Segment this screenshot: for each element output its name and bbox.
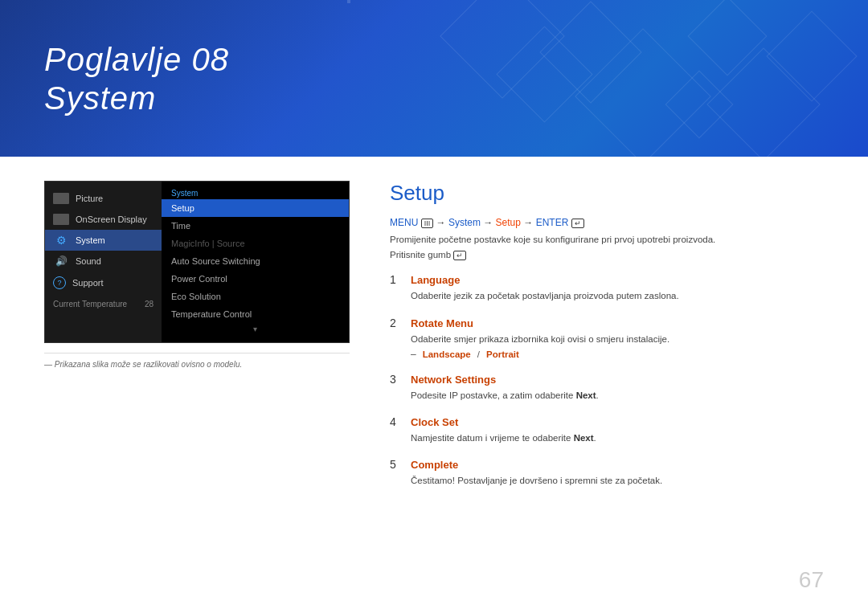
step-3-header: 3 Network Settings bbox=[390, 373, 824, 386]
tv-note: Prikazana slika može se razlikovati ovis… bbox=[44, 353, 350, 369]
picture-icon bbox=[53, 193, 69, 204]
step-5: 5 Complete Čestitamo! Postavljanje je do… bbox=[390, 458, 824, 488]
tv-menu-magicinfo: MagicInfo | Source bbox=[162, 235, 349, 252]
step-2-sub: – Landscape / Portrait bbox=[411, 349, 824, 360]
step-5-desc: Čestitamo! Postavljanje je dovršeno i sp… bbox=[411, 474, 824, 488]
temp-label: Current Temperature bbox=[53, 300, 127, 309]
header-decoration bbox=[347, 0, 868, 157]
dash-icon: – bbox=[411, 349, 416, 360]
tv-menu-eco: Eco Solution bbox=[162, 288, 349, 305]
tv-note-text: Prikazana slika može se razlikovati ovis… bbox=[44, 360, 350, 369]
path-setup: Setup bbox=[496, 217, 521, 228]
path-arrow1: → bbox=[436, 217, 448, 228]
path-menu: MENU III bbox=[390, 217, 433, 228]
step-4: 4 Clock Set Namjestite datum i vrijeme t… bbox=[390, 415, 824, 445]
tv-sidebar-sound-label: Sound bbox=[76, 256, 101, 266]
chapter-label: Poglavlje 08 bbox=[44, 42, 229, 77]
step-3: 3 Network Settings Podesite IP postavke,… bbox=[390, 373, 824, 403]
doc-description: Promijenite početne postavke koje su kon… bbox=[390, 233, 824, 247]
step-1-header: 1 Language bbox=[390, 273, 824, 286]
step-4-header: 4 Clock Set bbox=[390, 415, 824, 428]
onscreen-icon bbox=[53, 214, 69, 225]
tv-menu-setup: Setup bbox=[162, 199, 349, 217]
step-5-number: 5 bbox=[390, 458, 401, 471]
step-2-header: 2 Rotate Menu bbox=[390, 317, 824, 329]
step-1-number: 1 bbox=[390, 273, 401, 286]
sound-icon: 🔊 bbox=[53, 255, 69, 267]
step-2-number: 2 bbox=[390, 317, 401, 329]
tv-sidebar-onscreen-label: OnScreen Display bbox=[76, 215, 147, 224]
tv-main-menu: System Setup Time MagicInfo | Source Aut… bbox=[162, 182, 349, 342]
step-1-label: Language bbox=[411, 274, 460, 286]
tv-sidebar-sound: 🔊 Sound bbox=[45, 251, 162, 272]
step-4-desc: Namjestite datum i vrijeme te odaberite … bbox=[411, 431, 824, 445]
press-icon: ↵ bbox=[453, 251, 466, 260]
page-number: 67 bbox=[799, 567, 824, 593]
main-content: Picture OnScreen Display ⚙ System 🔊 Soun… bbox=[0, 157, 868, 525]
gear-icon: ⚙ bbox=[53, 235, 69, 246]
sub-sep: / bbox=[477, 349, 480, 359]
tv-screen: Picture OnScreen Display ⚙ System 🔊 Soun… bbox=[44, 181, 350, 343]
press-hint: Pritisnite gumb ↵ bbox=[390, 250, 824, 260]
tv-sidebar-system: ⚙ System bbox=[45, 230, 162, 251]
tv-panel: Picture OnScreen Display ⚙ System 🔊 Soun… bbox=[44, 181, 350, 501]
tv-sidebar-picture: Picture bbox=[45, 188, 162, 209]
step-4-number: 4 bbox=[390, 415, 401, 428]
step-1: 1 Language Odaberite jezik za početak po… bbox=[390, 273, 824, 303]
path-arrow3: → bbox=[523, 217, 535, 228]
tv-sidebar-onscreen: OnScreen Display bbox=[45, 209, 162, 230]
press-hint-prefix: Pritisnite gumb bbox=[390, 250, 453, 260]
step-2: 2 Rotate Menu Odaberite smjer prikaza iz… bbox=[390, 317, 824, 360]
next-bold-2: Next bbox=[574, 433, 594, 443]
step-4-label: Clock Set bbox=[411, 416, 458, 428]
step-5-header: 5 Complete bbox=[390, 458, 824, 471]
setup-title: Setup bbox=[390, 181, 824, 206]
landscape-label: Landscape bbox=[423, 349, 471, 359]
menu-path: MENU III → System → Setup → ENTER ↵ bbox=[390, 217, 824, 228]
tv-sidebar: Picture OnScreen Display ⚙ System 🔊 Soun… bbox=[45, 182, 162, 342]
tv-menu-time: Time bbox=[162, 217, 349, 235]
step-3-label: Network Settings bbox=[411, 374, 496, 386]
tv-sidebar-picture-label: Picture bbox=[76, 194, 103, 203]
scroll-indicator: ▾ bbox=[162, 323, 349, 335]
tv-sidebar-system-label: System bbox=[76, 235, 105, 245]
header: Poglavlje 08 System bbox=[0, 0, 868, 157]
tv-sidebar-support: ? Support bbox=[45, 272, 162, 294]
tv-current-temp: Current Temperature 28 bbox=[45, 296, 162, 313]
tv-menu-auto-source: Auto Source Switching bbox=[162, 252, 349, 270]
tv-menu-title: System bbox=[162, 186, 349, 199]
tv-menu-temp-control: Temperature Control bbox=[162, 305, 349, 323]
step-3-number: 3 bbox=[390, 373, 401, 386]
doc-panel: Setup MENU III → System → Setup → ENTER … bbox=[390, 181, 824, 501]
path-arrow2: → bbox=[483, 217, 495, 228]
path-system: System bbox=[448, 217, 481, 228]
step-2-desc: Odaberite smjer prikaza izbornika koji o… bbox=[411, 333, 824, 346]
tv-menu: Picture OnScreen Display ⚙ System 🔊 Soun… bbox=[45, 182, 349, 342]
enter-icon: ↵ bbox=[571, 219, 584, 228]
step-2-label: Rotate Menu bbox=[411, 317, 473, 329]
step-1-desc: Odaberite jezik za početak postavljanja … bbox=[411, 289, 824, 303]
subtitle-label: System bbox=[44, 79, 229, 117]
step-5-label: Complete bbox=[411, 459, 458, 471]
help-icon: ? bbox=[53, 276, 66, 289]
step-3-desc: Podesite IP postavke, a zatim odaberite … bbox=[411, 389, 824, 403]
page-title: Poglavlje 08 System bbox=[44, 40, 229, 117]
next-bold-1: Next bbox=[576, 390, 596, 400]
temp-value: 28 bbox=[145, 300, 154, 309]
tv-sidebar-support-label: Support bbox=[72, 278, 104, 288]
tv-menu-power-control: Power Control bbox=[162, 270, 349, 288]
portrait-label: Portrait bbox=[486, 349, 519, 359]
path-enter: ENTER bbox=[536, 217, 569, 228]
